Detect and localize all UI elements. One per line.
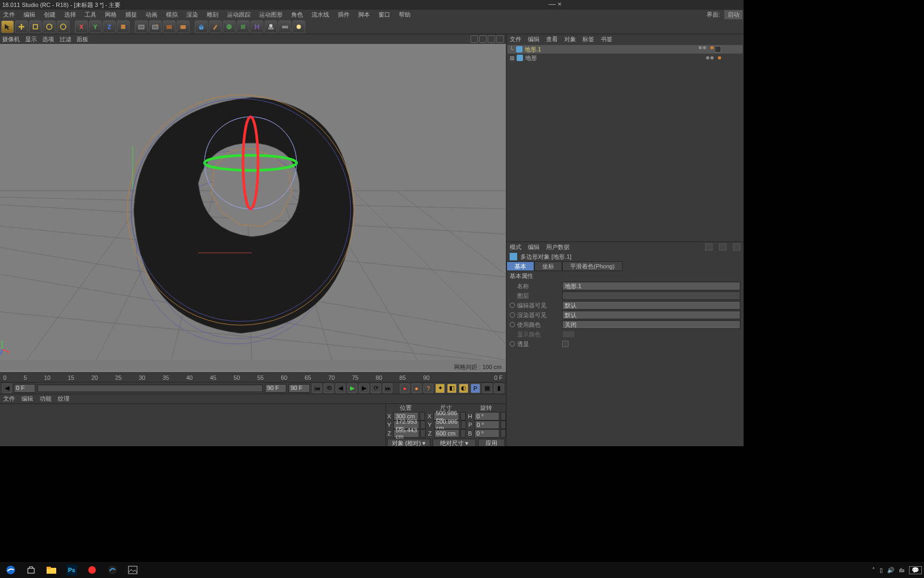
attr-layer-field[interactable] <box>562 291 740 300</box>
key-film-icon[interactable]: ▮ <box>494 384 504 393</box>
key-rot-icon[interactable]: ◐ <box>459 384 468 393</box>
color-swatch[interactable] <box>562 331 575 338</box>
tool-environment[interactable] <box>264 20 277 33</box>
tool-deformer[interactable] <box>251 20 263 33</box>
menu-character[interactable]: 角色 <box>289 10 305 19</box>
tree-row-selected[interactable]: └ 地形.1 <box>508 45 743 54</box>
tool-lasttool[interactable] <box>57 20 70 33</box>
phong-tag-icon[interactable] <box>718 56 721 59</box>
tool-render-view[interactable] <box>135 20 148 33</box>
attr-menu-mode[interactable]: 模式 <box>510 243 521 251</box>
tool-y-lock[interactable]: Y <box>89 20 102 33</box>
tool-move[interactable] <box>15 20 28 33</box>
photoshop-icon[interactable]: Ps <box>63 563 80 577</box>
window-controls[interactable]: — × <box>549 0 562 8</box>
size-z-field[interactable]: 600 cm <box>434 429 459 438</box>
obj-menu-bookmark[interactable]: 书签 <box>601 35 612 43</box>
menu-pipeline[interactable]: 流水线 <box>309 10 331 19</box>
menu-snap[interactable]: 捕捉 <box>123 10 139 19</box>
tree-row[interactable]: ⊞ 地形 <box>508 54 743 62</box>
last-frame-icon[interactable]: ⏭ <box>383 384 392 393</box>
vp-nav-icon[interactable] <box>496 35 504 43</box>
menu-render[interactable]: 渲染 <box>184 10 200 19</box>
tool-nurbs[interactable] <box>223 20 236 33</box>
tool-camera[interactable] <box>278 20 291 33</box>
next-frame-icon[interactable]: ▶ <box>359 384 369 393</box>
spinner[interactable] <box>460 412 466 421</box>
vp-menu-panel[interactable]: 面板 <box>77 35 88 43</box>
vp-menu-options[interactable]: 选项 <box>42 35 54 43</box>
tool-z-lock[interactable]: Z <box>103 20 116 33</box>
anim-dot[interactable] <box>510 303 515 308</box>
phong-tag-icon[interactable] <box>710 46 714 49</box>
mat-menu-tex[interactable]: 纹理 <box>58 395 70 403</box>
obj-menu-object[interactable]: 对象 <box>564 35 576 43</box>
play-icon[interactable]: ▶ <box>347 384 357 393</box>
tool-rotate[interactable] <box>43 20 56 33</box>
visibility-dot[interactable] <box>699 46 702 49</box>
attr-render-select[interactable]: 默认 <box>562 311 740 319</box>
record-icon[interactable]: ● <box>400 384 410 393</box>
menu-edit[interactable]: 编辑 <box>21 10 37 19</box>
obj-menu-tag[interactable]: 标签 <box>582 35 594 43</box>
frame-start-field[interactable]: 0 F <box>14 384 35 393</box>
menu-help[interactable]: 帮助 <box>397 10 413 19</box>
mat-menu-func[interactable]: 功能 <box>40 395 51 403</box>
tab-coord[interactable]: 坐标 <box>534 261 562 271</box>
menu-motrack[interactable]: 运动跟踪 <box>225 10 253 19</box>
cinema4d-icon[interactable] <box>104 563 121 577</box>
keyselect-icon[interactable]: ? <box>423 384 433 393</box>
next-key-icon[interactable]: ⟳ <box>371 384 381 393</box>
tray-notification-icon[interactable]: 💬 <box>909 566 922 574</box>
rot-h-field[interactable]: 0 ° <box>474 412 499 421</box>
system-tray[interactable]: ˄ ▯ 🔊 🖮 💬 <box>872 566 922 574</box>
attr-usecolor-select[interactable]: 关闭 <box>562 320 740 329</box>
autokey-icon[interactable]: ● <box>412 384 421 393</box>
spinner[interactable] <box>420 412 425 421</box>
anim-dot[interactable] <box>510 312 515 318</box>
first-frame-icon[interactable]: ⏮ <box>312 384 322 393</box>
attr-menu-edit[interactable]: 编辑 <box>528 243 540 251</box>
menu-script[interactable]: 脚本 <box>356 10 372 19</box>
timeline-ruler[interactable]: 0 5 10 15 20 25 30 35 40 45 50 55 60 65 … <box>0 372 506 382</box>
tool-array[interactable] <box>237 20 249 33</box>
vp-menu-display[interactable]: 显示 <box>25 35 37 43</box>
obj-menu-view[interactable]: 查看 <box>546 35 558 43</box>
size-y-field[interactable]: 500.986 cm <box>434 421 460 429</box>
spinner[interactable] <box>420 429 426 438</box>
tool-cube[interactable] <box>195 20 208 33</box>
menu-sculpt[interactable]: 雕刻 <box>205 10 221 19</box>
material-manager[interactable]: 位置 尺寸 旋转 X 300 cm X 500.986 cm H 0 ° Y <box>0 403 506 446</box>
menu-select[interactable]: 选择 <box>62 10 78 19</box>
spinner[interactable] <box>461 421 466 429</box>
prev-key-icon[interactable]: ⟲ <box>324 384 334 393</box>
prev-frame-icon[interactable]: ◀ <box>336 384 345 393</box>
tray-network-icon[interactable]: ▯ <box>880 567 883 574</box>
rot-b-field[interactable]: 0 ° <box>474 429 499 438</box>
tray-volume-icon[interactable]: 🔊 <box>887 567 895 574</box>
attr-xray-checkbox[interactable] <box>562 341 569 347</box>
visibility-dot[interactable] <box>706 56 709 59</box>
timeline-slider[interactable] <box>37 385 263 392</box>
record-app-icon[interactable] <box>84 563 101 577</box>
tray-ime-icon[interactable]: 🖮 <box>899 567 905 573</box>
attr-name-field[interactable]: 地形.1 <box>562 282 740 290</box>
vp-menu-filter[interactable]: 过滤 <box>59 35 71 43</box>
attr-nav-up-icon[interactable] <box>719 243 726 251</box>
tool-render-settings[interactable] <box>163 20 176 33</box>
anim-dot[interactable] <box>510 341 515 347</box>
key-scale-icon[interactable]: ◧ <box>447 384 457 393</box>
edge-icon[interactable] <box>2 563 19 577</box>
tool-render-region[interactable] <box>149 20 162 33</box>
rot-p-field[interactable]: 0 ° <box>475 421 499 429</box>
display-tag-icon[interactable] <box>715 46 721 52</box>
store-icon[interactable] <box>22 563 40 577</box>
attr-editor-select[interactable]: 默认 <box>562 301 740 310</box>
spinner[interactable] <box>460 429 466 438</box>
viewport-3d[interactable]: 网格间距 : 100 cm <box>0 44 506 372</box>
tool-picture-viewer[interactable] <box>177 20 190 33</box>
tool-scale[interactable] <box>29 20 42 33</box>
vp-nav-icon[interactable] <box>479 35 487 43</box>
key-grid-icon[interactable]: ▦ <box>482 384 492 393</box>
tool-pen[interactable] <box>209 20 222 33</box>
